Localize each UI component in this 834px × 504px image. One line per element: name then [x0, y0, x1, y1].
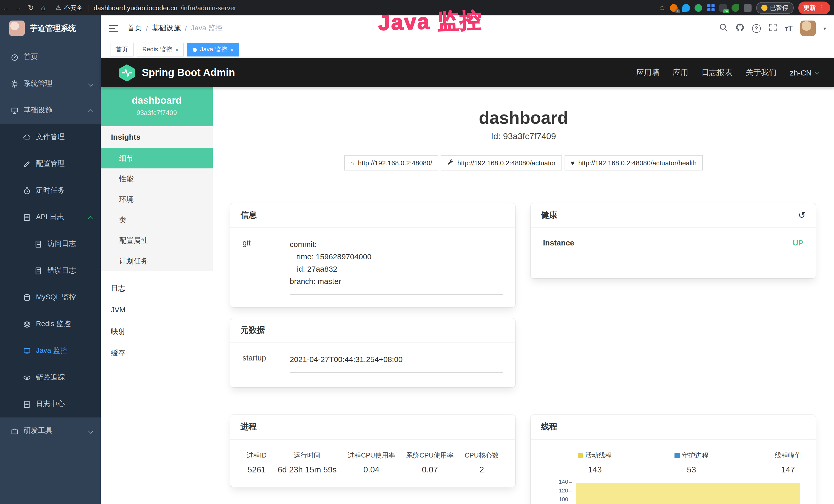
sidebar-item-log-center[interactable]: 日志中心 [0, 391, 101, 417]
paused-badge[interactable]: 已暂停 [756, 2, 794, 14]
link-label: http://192.168.0.2:48080/actuator/health [578, 159, 697, 167]
font-size-icon[interactable]: TT [785, 24, 793, 33]
sba-nav-about[interactable]: 关于我们 [746, 68, 776, 77]
sidebar-item-file[interactable]: 文件管理 [0, 124, 101, 151]
metadata-row: startup 2021-04-27T00:44:31.254+08:00 [242, 353, 503, 373]
address-bar[interactable]: ⚠ 不安全 | dashboard.yudao.iocoder.cn/infra… [56, 3, 236, 12]
threads-legend: 活动线程 143 守护进程 53 线程峰值 [543, 450, 804, 475]
instance-nav-jvm[interactable]: JVM [101, 299, 213, 320]
sba-nav-journal[interactable]: 日志报表 [701, 68, 732, 77]
sba-nav-applications[interactable]: 应用 [673, 68, 688, 77]
chevron-up-icon [88, 216, 93, 221]
language-selector[interactable]: zh-CN [790, 68, 819, 77]
tab-home[interactable]: 首页 [110, 43, 134, 56]
extension-icon-leaf[interactable] [731, 4, 739, 12]
sidebar-item-access-log[interactable]: 访问日志 [0, 231, 101, 257]
user-avatar[interactable] [800, 21, 816, 36]
extension-icon-orange[interactable]: 1 [670, 4, 678, 12]
breadcrumb-home[interactable]: 首页 [127, 24, 142, 33]
sidebar-item-system[interactable]: 系统管理 [0, 70, 101, 97]
sidebar-item-java[interactable]: Java 监控 [0, 337, 101, 364]
instance-nav-details[interactable]: 细节 [101, 148, 213, 168]
stat-label: 运行时间 [278, 451, 337, 460]
instance-nav-properties[interactable]: 配置属性 [101, 230, 213, 251]
sidebar-item-label: 文件管理 [36, 133, 65, 142]
extension-icon-drop[interactable] [682, 4, 690, 12]
wrench-icon [447, 159, 454, 167]
caret-down-icon[interactable]: ▾ [824, 25, 826, 31]
sidebar-item-config[interactable]: 配置管理 [0, 151, 101, 177]
git-commit-id: id: 27aa832 [297, 265, 337, 273]
metadata-value: 2021-04-27T00:44:31.254+08:00 [290, 353, 503, 373]
sidebar-item-dev-tools[interactable]: 研发工具 [0, 417, 101, 444]
instance-nav-environment[interactable]: 环境 [101, 189, 213, 209]
sidebar-item-label: 基础设施 [24, 106, 52, 115]
sidebar-item-api-log[interactable]: API 日志 [0, 204, 101, 231]
sba-nav-wall[interactable]: 应用墙 [636, 68, 659, 77]
sidebar-item-home[interactable]: 首页 [0, 44, 101, 70]
instance-nav-mappings[interactable]: 映射 [101, 320, 213, 342]
cloud-upload-icon [23, 133, 31, 141]
forward-icon[interactable]: → [12, 4, 25, 12]
stat-value: 6d 23h 15m 59s [278, 465, 337, 475]
browser-home-icon[interactable]: ⌂ [37, 4, 49, 12]
sidebar-item-redis[interactable]: Redis 监控 [0, 311, 101, 337]
breadcrumb-infra[interactable]: 基础设施 [152, 24, 181, 33]
browser-extensions-area: ☆ 1 on 已暂停 更新 ⋮ [659, 1, 834, 14]
extension-icon-dark[interactable]: on [719, 4, 727, 12]
instance-nav-classes[interactable]: 类 [101, 209, 213, 230]
help-icon[interactable]: ? [752, 24, 761, 32]
instance-id: 93a3fc7f7409 [101, 109, 213, 117]
puzzle-icon[interactable] [744, 4, 751, 12]
fullscreen-icon[interactable] [768, 23, 777, 33]
tab-java[interactable]: Java 监控 × [187, 43, 239, 56]
sidebar-item-error-log[interactable]: 错误日志 [0, 257, 101, 284]
health-status: UP [793, 238, 804, 247]
sidebar-item-infra[interactable]: 基础设施 [0, 97, 101, 124]
sidebar-item-mysql[interactable]: MySQL 监控 [0, 284, 101, 311]
close-icon[interactable]: × [175, 46, 178, 53]
service-url-link[interactable]: ⌂ http://192.168.0.2:48080/ [344, 155, 438, 170]
actuator-url-link[interactable]: http://192.168.0.2:48080/actuator [441, 155, 562, 170]
active-dot-icon [193, 47, 197, 52]
app-logo[interactable]: 芋道管理系统 [0, 16, 101, 41]
sba-brand[interactable]: Spring Boot Admin [118, 64, 235, 82]
back-icon[interactable]: ← [0, 4, 12, 12]
instance-header[interactable]: dashboard 93a3fc7f7409 [101, 87, 213, 126]
search-icon[interactable] [719, 23, 728, 33]
bookmark-star-icon[interactable]: ☆ [659, 4, 665, 12]
threads-card: 线程 活动线程 143 守护进程 [531, 415, 816, 504]
extension-icon-green[interactable] [695, 4, 702, 12]
extension-icon-grid[interactable] [707, 4, 715, 12]
process-stat-syscpu: 系统CPU使用率 0.07 [406, 451, 454, 475]
breadcrumb: 首页 / 基础设施 / Java 监控 [127, 24, 223, 33]
instance-nav-performance[interactable]: 性能 [101, 168, 213, 189]
tab-redis[interactable]: Redis 监控 × [137, 43, 184, 56]
history-icon[interactable]: ↺ [798, 210, 806, 221]
sidebar-item-label: 日志中心 [36, 399, 65, 409]
update-button[interactable]: 更新 ⋮ [798, 1, 830, 14]
process-stat-cores: CPU核心数 2 [465, 451, 499, 475]
blue-swatch-icon [675, 453, 680, 458]
instance-nav-logs[interactable]: 日志 [101, 277, 213, 299]
instance-nav-scheduled-tasks[interactable]: 计划任务 [101, 251, 213, 271]
sidebar-item-trace[interactable]: 链路追踪 [0, 364, 101, 391]
refresh-icon[interactable]: ↻ [25, 4, 37, 12]
close-icon[interactable]: × [230, 46, 234, 53]
sidebar-item-label: 链路追踪 [36, 373, 65, 382]
heart-pulse-icon: ♥ [571, 159, 575, 167]
instance-nav-caches[interactable]: 缓存 [101, 342, 213, 364]
stat-value: 2 [465, 465, 499, 475]
hamburger-icon[interactable] [109, 25, 119, 32]
update-label: 更新 [804, 3, 816, 12]
sidebar-item-job[interactable]: 定时任务 [0, 177, 101, 204]
info-value: commit: time: 1596289704000 id: 27aa832 … [290, 238, 503, 295]
kebab-menu-icon: ⋮ [819, 4, 825, 11]
github-icon[interactable] [736, 23, 744, 33]
threads-chart: 140 120 100 [543, 482, 804, 504]
health-url-link[interactable]: ♥ http://192.168.0.2:48080/actuator/heal… [565, 155, 703, 170]
info-key: git [242, 238, 290, 295]
sidebar-item-label: Java 监控 [36, 346, 68, 356]
legend-value: 53 [663, 465, 720, 475]
stat-value: 0.04 [348, 465, 395, 475]
